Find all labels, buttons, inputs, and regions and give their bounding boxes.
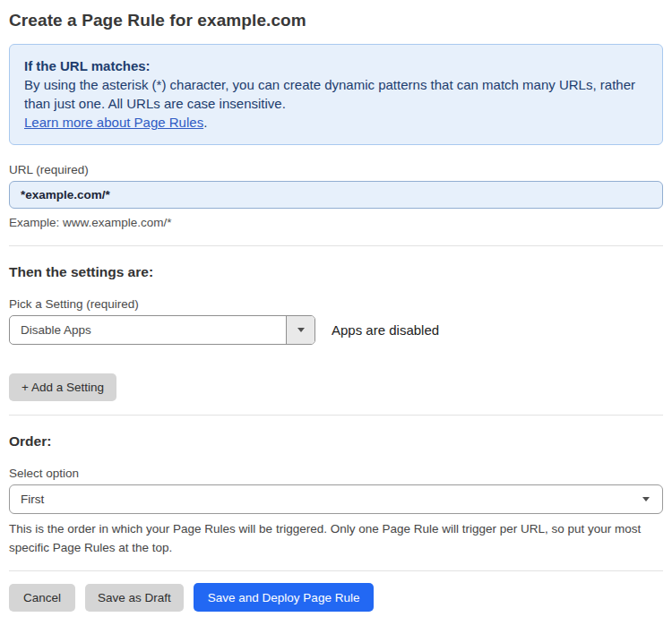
order-select-label: Select option: [9, 467, 663, 480]
learn-more-link[interactable]: Learn more about Page Rules: [24, 115, 203, 130]
actions-row: Cancel Save as Draft Save and Deploy Pag…: [9, 583, 663, 612]
order-select[interactable]: First: [9, 484, 663, 514]
settings-section-heading: Then the settings are:: [9, 264, 663, 280]
setting-select[interactable]: Disable Apps: [9, 315, 315, 345]
chevron-down-icon: [297, 328, 305, 332]
order-helper-text: This is the order in which your Page Rul…: [9, 519, 663, 557]
url-match-info-box: If the URL matches: By using the asteris…: [9, 44, 663, 145]
info-box-heading: If the URL matches:: [24, 56, 648, 75]
url-field-label: URL (required): [9, 163, 663, 176]
save-as-draft-button[interactable]: Save as Draft: [85, 584, 184, 612]
divider-after-url: [9, 245, 663, 246]
chevron-down-icon: [642, 497, 650, 501]
setting-select-arrow-button[interactable]: [286, 316, 314, 344]
setting-status-text: Apps are disabled: [332, 322, 439, 338]
page-title: Create a Page Rule for example.com: [9, 11, 663, 30]
url-field-group: URL (required) Example: www.example.com/…: [9, 163, 663, 232]
divider-before-actions: [9, 570, 663, 571]
order-section-heading: Order:: [9, 433, 663, 450]
cancel-button[interactable]: Cancel: [9, 584, 75, 612]
save-and-deploy-button[interactable]: Save and Deploy Page Rule: [194, 583, 375, 612]
info-box-link-line: Learn more about Page Rules.: [24, 113, 648, 132]
add-setting-button[interactable]: + Add a Setting: [9, 373, 116, 401]
url-example-helper: Example: www.example.com/*: [9, 214, 663, 232]
link-period: .: [203, 115, 207, 130]
url-input[interactable]: [9, 181, 663, 209]
setting-select-value: Disable Apps: [10, 316, 286, 344]
order-select-value: First: [21, 493, 44, 506]
setting-picker-row: Disable Apps Apps are disabled: [9, 315, 663, 345]
divider-after-settings: [9, 415, 663, 416]
pick-setting-label: Pick a Setting (required): [9, 297, 663, 311]
info-box-body: By using the asterisk (*) character, you…: [24, 75, 648, 113]
